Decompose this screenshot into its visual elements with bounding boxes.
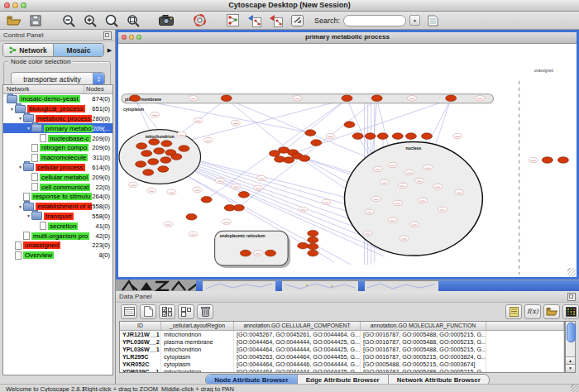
import-attribute-file-button[interactable] (543, 304, 560, 319)
search-dropdown-button[interactable]: ▼ (409, 15, 420, 26)
import-attributes-button[interactable] (423, 12, 442, 28)
table-row[interactable]: YKR052Ccytoplasm[GO:0044464, GO:0044446,… (120, 361, 564, 368)
network-view-window[interactable]: primary metabolic process plasma membran… (116, 30, 579, 280)
attribute-matrix-button[interactable] (562, 304, 579, 319)
background-window-edge[interactable] (358, 280, 365, 291)
table-cell[interactable]: cytoplasm (161, 361, 234, 368)
table-cell[interactable]: [GO:0044464, GO:0044444, GO:0044425, G..… (234, 338, 361, 346)
network-name[interactable]: primary metabo (44, 125, 93, 132)
search-input[interactable] (343, 15, 406, 26)
unselect-all-attributes-button[interactable] (178, 304, 194, 319)
network-tree-row[interactable]: ▼metabolic process280(0) (3, 114, 112, 124)
table-cell[interactable]: [GO:0016787, GO:0005488, GO:0005215, G..… (361, 346, 486, 353)
expander-icon[interactable]: ▼ (26, 213, 31, 218)
delete-attribute-button[interactable] (197, 304, 213, 319)
attribute-list-button[interactable] (505, 304, 522, 319)
network-name[interactable]: unassigned (23, 241, 60, 249)
table-cell[interactable]: [GO:0016787, GO:0005488, GO:0005215, G..… (361, 331, 486, 338)
float-panel-icon[interactable] (103, 31, 112, 40)
save-session-button[interactable] (26, 12, 45, 28)
help-button[interactable] (190, 12, 208, 28)
network-name[interactable]: biological_process (27, 105, 85, 112)
network-name[interactable]: cellular metabol (40, 174, 89, 181)
scroll-down-button[interactable]: ▼ (566, 364, 575, 372)
network-name[interactable]: cellular process (36, 164, 85, 171)
network-name[interactable]: nucleobase-c (48, 135, 91, 142)
attribute-table-button[interactable] (121, 304, 137, 319)
network-tree-row[interactable]: ▼primary metabo209(... (3, 123, 112, 133)
network-name[interactable]: nitrogen compo (40, 144, 89, 151)
network-name[interactable]: Overview (23, 251, 54, 259)
zoom-fit-button[interactable] (124, 12, 142, 28)
background-window-edge[interactable] (196, 280, 203, 291)
tab-mosaic[interactable]: Mosaic (54, 44, 103, 56)
expander-icon[interactable]: ▼ (9, 107, 15, 112)
network-tree-row[interactable]: secretion41(0) (3, 221, 112, 231)
table-cell[interactable]: YJR121W__1 (120, 331, 161, 338)
vizmapper-button[interactable] (288, 12, 306, 28)
network-tree-row[interactable]: nucleobase-c209(0) (3, 133, 112, 143)
open-session-button[interactable] (5, 12, 23, 28)
network-tree-row[interactable]: cellular metabol209(0) (3, 172, 112, 182)
table-row[interactable]: YPL036W__2plasma membrane[GO:0044464, GO… (120, 338, 564, 346)
snapshot-button[interactable] (157, 12, 175, 28)
function-builder-button[interactable]: f(x) (524, 304, 541, 319)
window-resize-grip[interactable] (571, 385, 579, 392)
network-tree-row[interactable]: Overview8(0) (3, 251, 112, 261)
network-tree-row[interactable]: nitrogen compo209(0) (3, 143, 112, 153)
network-tree-row[interactable]: unassigned223(0) (3, 241, 112, 251)
network-tree-row[interactable]: response to stimulu264(0) (3, 192, 112, 202)
network-tree-row[interactable]: cell communicat22(0) (3, 182, 112, 192)
network-tree-row[interactable]: ▼establishment of lo558(0) (3, 202, 112, 212)
network-name[interactable]: secretion (48, 222, 78, 230)
table-cell[interactable]: [GO:0016787, GO:0005488, GO:0005215, G..… (361, 368, 486, 373)
float-panel-icon[interactable] (567, 293, 576, 301)
background-window-fragment[interactable] (203, 280, 275, 291)
select-all-attributes-button[interactable] (159, 304, 175, 319)
column-header[interactable]: annotation.GO MOLECULAR_FUNCTION (361, 322, 486, 330)
destroy-view-button[interactable] (266, 12, 285, 28)
table-cell[interactable]: YLR295C (120, 353, 161, 361)
table-cell[interactable]: YPL036W__1 (120, 346, 161, 353)
column-header[interactable]: ID (120, 322, 161, 330)
network-name[interactable]: multi-organism pro (31, 232, 89, 240)
column-network[interactable]: Network (3, 85, 84, 93)
network-name[interactable]: establishment of lo (36, 203, 92, 210)
table-cell[interactable]: mitochondrion (161, 331, 234, 338)
expander-icon[interactable]: ▼ (17, 204, 23, 209)
network-name[interactable]: mosaic-demo-yeast (19, 95, 80, 103)
column-header[interactable]: annotation.GO CELLULAR_COMPONENT (234, 322, 361, 330)
network-tree-row[interactable]: ▼biological_process651(0) (3, 104, 112, 114)
table-cell[interactable]: plasma membrane (161, 338, 234, 346)
table-cell[interactable]: [GO:0044464, GO:0044444, GO:0044425, G..… (234, 368, 361, 373)
zoom-out-button[interactable] (60, 12, 78, 28)
background-window-edge[interactable] (438, 280, 579, 291)
table-cell[interactable]: [GO:0045267, GO:0045261, GO:0044464, G..… (234, 331, 361, 338)
network-name[interactable]: cell communicat (40, 184, 90, 191)
table-scrollbar[interactable]: ▲ ▼ (565, 321, 576, 373)
network-tree-row[interactable]: ▼transport558(0) (3, 212, 112, 222)
zoom-in-button[interactable] (81, 12, 99, 28)
table-cell[interactable]: mitochondrion (161, 368, 234, 373)
table-cell[interactable]: [GO:0044464, GO:0044446, GO:0044444, G..… (234, 361, 361, 368)
table-row[interactable]: YJR121W__1mitochondrion[GO:0045267, GO:0… (120, 331, 564, 338)
table-cell[interactable]: cytoplasm (161, 353, 234, 361)
table-row[interactable]: YPL036W__1mitochondrion[GO:0044464, GO:0… (120, 346, 564, 353)
tab-scroll-right-button[interactable]: ▶ (106, 47, 113, 54)
table-cell[interactable]: [GO:0016787, GO:0005488, GO:0005215, G..… (361, 338, 486, 346)
expander-icon[interactable]: ▼ (17, 165, 23, 170)
table-cell[interactable]: YKR052C (120, 361, 161, 368)
network-tree-row[interactable]: macromolecule311(0) (3, 153, 112, 163)
table-cell[interactable]: [GO:0005488, GO:0005215, GO:0003674] (361, 361, 486, 368)
expander-icon[interactable]: ▼ (26, 126, 31, 131)
scrollbar-thumb[interactable] (567, 323, 576, 342)
table-row[interactable]: YDR039C__1mitochondrion[GO:0044464, GO:0… (120, 368, 564, 373)
table-cell[interactable]: [GO:0045263, GO:0044464, GO:0044455, G..… (234, 353, 361, 361)
table-cell[interactable]: YPL036W__2 (120, 338, 161, 346)
background-window-fragment[interactable] (282, 280, 358, 291)
table-row[interactable]: YLR295Ccytoplasm[GO:0045263, GO:0044464,… (120, 353, 564, 361)
new-attribute-button[interactable] (140, 304, 156, 319)
network-tree-row[interactable]: ▼cellular process614(0) (3, 163, 112, 173)
network-view-titlebar[interactable]: primary metabolic process (118, 32, 577, 44)
table-cell[interactable]: [GO:0044464, GO:0044444, GO:0044425, G..… (234, 346, 361, 353)
